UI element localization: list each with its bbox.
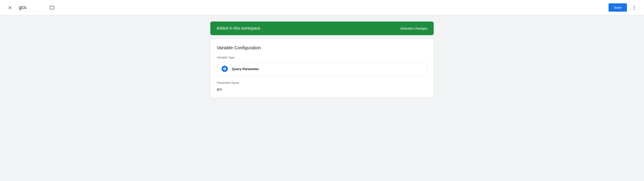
close-icon — [7, 5, 12, 10]
folder-icon — [49, 5, 55, 10]
content-area: Added in this workspace Abandon changes … — [0, 15, 644, 181]
variable-type-label: Variable Type — [217, 56, 427, 59]
panel-container: Added in this workspace Abandon changes … — [210, 21, 434, 172]
abandon-changes-button[interactable]: Abandon changes — [400, 26, 428, 30]
more-menu-button[interactable] — [630, 3, 638, 12]
variable-config-card: Variable Configuration Variable Type Que… — [210, 39, 434, 97]
header-bar: Save — [0, 0, 644, 15]
variable-type-selector[interactable]: Query Parameter — [217, 62, 427, 76]
folder-button[interactable] — [48, 3, 56, 12]
svg-point-4 — [634, 9, 634, 10]
parameter-name-label: Parameter Name — [217, 81, 427, 84]
workspace-status-text: Added in this workspace — [216, 26, 260, 31]
card-title: Variable Configuration — [217, 45, 427, 50]
workspace-banner: Added in this workspace Abandon changes — [210, 21, 434, 35]
parameter-name-value: gcs — [217, 87, 427, 91]
gear-icon — [222, 66, 228, 72]
save-button[interactable]: Save — [608, 3, 627, 12]
variable-name-input[interactable] — [19, 3, 44, 11]
variable-type-value: Query Parameter — [232, 67, 259, 71]
svg-point-3 — [634, 7, 634, 8]
svg-point-2 — [634, 5, 634, 6]
close-button[interactable] — [6, 3, 14, 12]
more-vert-icon — [632, 5, 637, 10]
